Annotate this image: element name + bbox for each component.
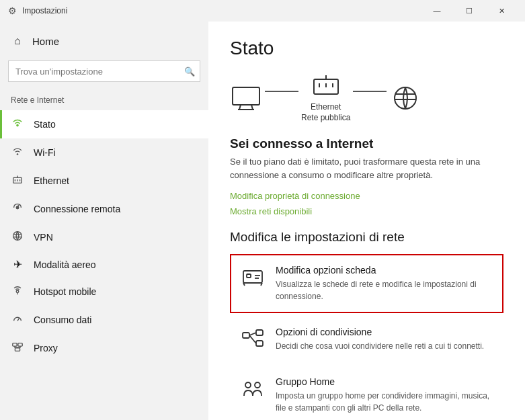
network-diagram: Ethernet Rete pubblica bbox=[230, 73, 503, 123]
homegroup-card-icon bbox=[241, 376, 265, 401]
svg-point-7 bbox=[16, 206, 19, 209]
search-icon: 🔍 bbox=[184, 67, 195, 77]
svg-line-14 bbox=[17, 318, 19, 321]
sidebar-item-label-proxy: Proxy bbox=[34, 343, 58, 353]
window-controls: — ☐ ✕ bbox=[421, 0, 517, 22]
app-icon: ⚙ bbox=[8, 5, 17, 16]
sidebar-item-modalita-aereo[interactable]: ✈ Modalità aereo bbox=[0, 251, 208, 278]
svg-line-23 bbox=[239, 105, 241, 110]
sidebar-item-label-ethernet: Ethernet bbox=[34, 175, 69, 186]
pc-icon-container bbox=[230, 85, 262, 112]
svg-rect-15 bbox=[13, 343, 17, 346]
globe-icon-container bbox=[389, 85, 421, 112]
connected-heading: Sei connesso a Internet bbox=[230, 136, 503, 151]
wifi-icon bbox=[11, 145, 24, 160]
sidebar-item-label-connessione: Connessione remota bbox=[34, 204, 120, 214]
net-line-1 bbox=[265, 91, 298, 92]
option-card-text-condivisione: Opzioni di condivisione Decidi che cosa … bbox=[276, 327, 484, 352]
sidebar-item-label-aereo: Modalità aereo bbox=[34, 259, 96, 270]
page-title: Stato bbox=[230, 38, 503, 59]
maximize-button[interactable]: ☐ bbox=[454, 0, 485, 22]
title-bar-left: ⚙ Impostazioni bbox=[8, 5, 67, 16]
sidebar-item-label-stato: Stato bbox=[34, 119, 56, 130]
svg-point-1 bbox=[17, 153, 19, 155]
app-title: Impostazioni bbox=[22, 6, 67, 15]
svg-line-44 bbox=[249, 335, 256, 343]
option-card-gruppo-home[interactable]: Gruppo Home Imposta un gruppo home per c… bbox=[230, 366, 503, 420]
svg-point-45 bbox=[245, 382, 251, 388]
sidebar-item-label-vpn: VPN bbox=[34, 232, 53, 243]
minimize-button[interactable]: — bbox=[421, 0, 452, 22]
option-card-desc-condivisione: Decidi che cosa vuoi condividere nelle r… bbox=[276, 340, 484, 352]
sidebar-item-wifi[interactable]: Wi-Fi bbox=[0, 138, 208, 167]
sidebar-item-stato[interactable]: Stato bbox=[0, 110, 208, 138]
home-icon: ⌂ bbox=[11, 35, 24, 47]
stato-icon bbox=[11, 117, 24, 132]
sidebar-item-proxy[interactable]: Proxy bbox=[0, 334, 208, 362]
sidebar-item-connessione-remota[interactable]: Connessione remota bbox=[0, 195, 208, 223]
gauge-icon bbox=[11, 312, 24, 327]
link-mostra-reti[interactable]: Mostra reti disponibili bbox=[230, 206, 503, 216]
option-card-desc-gruppo-home: Imposta un gruppo home per condividere i… bbox=[276, 390, 493, 414]
svg-line-24 bbox=[251, 105, 253, 110]
svg-point-9 bbox=[13, 232, 22, 241]
sidebar-section-label: Rete e Internet bbox=[0, 93, 208, 110]
sidebar-item-label-hotspot: Hotspot mobile bbox=[34, 286, 96, 297]
ethernet-icon-diagram: Ethernet Rete pubblica bbox=[301, 73, 350, 123]
sidebar-item-hotspot[interactable]: Hotspot mobile bbox=[0, 278, 208, 306]
main-content: ⌂ Home 🔍 Rete e Internet Stato bbox=[0, 22, 525, 420]
svg-rect-22 bbox=[233, 87, 259, 105]
sidebar-item-label-wifi: Wi-Fi bbox=[34, 147, 56, 158]
option-card-title-gruppo-home: Gruppo Home bbox=[276, 376, 493, 387]
link-modifica-proprieta[interactable]: Modifica proprietà di connessione bbox=[230, 191, 503, 201]
search-input[interactable] bbox=[8, 60, 200, 82]
svg-point-12 bbox=[16, 290, 19, 293]
cards-container: Modifica opzioni scheda Visualizza le sc… bbox=[230, 254, 503, 420]
hotspot-icon bbox=[11, 284, 24, 299]
option-card-modifica-opzioni[interactable]: Modifica opzioni scheda Visualizza le sc… bbox=[230, 254, 503, 313]
svg-rect-17 bbox=[15, 348, 19, 351]
vpn-icon bbox=[11, 230, 24, 245]
sidebar: ⌂ Home 🔍 Rete e Internet Stato bbox=[0, 22, 208, 420]
sidebar-item-home[interactable]: ⌂ Home bbox=[0, 27, 208, 55]
dial-icon bbox=[11, 202, 24, 216]
sidebar-item-vpn[interactable]: VPN bbox=[0, 223, 208, 251]
connected-desc: Se il tuo piano dati è limitato, puoi tr… bbox=[230, 155, 503, 181]
svg-rect-16 bbox=[18, 343, 22, 346]
option-card-title-condivisione: Opzioni di condivisione bbox=[276, 327, 484, 337]
svg-rect-35 bbox=[247, 274, 251, 278]
adapter-card-icon bbox=[241, 265, 265, 289]
right-panel: Stato bbox=[208, 22, 525, 420]
close-button[interactable]: ✕ bbox=[486, 0, 517, 22]
svg-point-0 bbox=[16, 124, 19, 127]
sidebar-item-label-consumo: Consumo dati bbox=[34, 314, 91, 325]
option-card-text-modifica-opzioni: Modifica opzioni scheda Visualizza le sc… bbox=[276, 265, 493, 302]
svg-point-31 bbox=[395, 87, 416, 109]
sharing-card-icon bbox=[241, 327, 265, 351]
settings-heading: Modifica le impostazioni di rete bbox=[230, 230, 503, 245]
option-card-condivisione[interactable]: Opzioni di condivisione Decidi che cosa … bbox=[230, 316, 503, 363]
option-card-text-gruppo-home: Gruppo Home Imposta un gruppo home per c… bbox=[276, 376, 493, 414]
option-card-desc-modifica-opzioni: Visualizza le schede di rete e modifica … bbox=[276, 278, 493, 302]
option-card-title-modifica-opzioni: Modifica opzioni scheda bbox=[276, 265, 493, 276]
svg-rect-40 bbox=[243, 333, 249, 338]
plane-icon: ✈ bbox=[11, 258, 24, 271]
svg-line-43 bbox=[249, 333, 256, 335]
home-label: Home bbox=[32, 36, 59, 47]
svg-line-8 bbox=[17, 205, 19, 207]
svg-point-46 bbox=[255, 382, 260, 388]
search-container: 🔍 bbox=[8, 60, 200, 82]
ethernet-icon bbox=[11, 173, 24, 188]
proxy-icon bbox=[11, 341, 24, 355]
ethernet-net-label: Ethernet Rete pubblica bbox=[301, 102, 350, 123]
svg-rect-41 bbox=[256, 330, 263, 335]
sidebar-item-consumo-dati[interactable]: Consumo dati bbox=[0, 306, 208, 334]
net-line-2 bbox=[353, 91, 387, 92]
svg-rect-42 bbox=[256, 341, 263, 346]
sidebar-item-ethernet[interactable]: Ethernet bbox=[0, 167, 208, 195]
title-bar: ⚙ Impostazioni — ☐ ✕ bbox=[0, 0, 525, 22]
